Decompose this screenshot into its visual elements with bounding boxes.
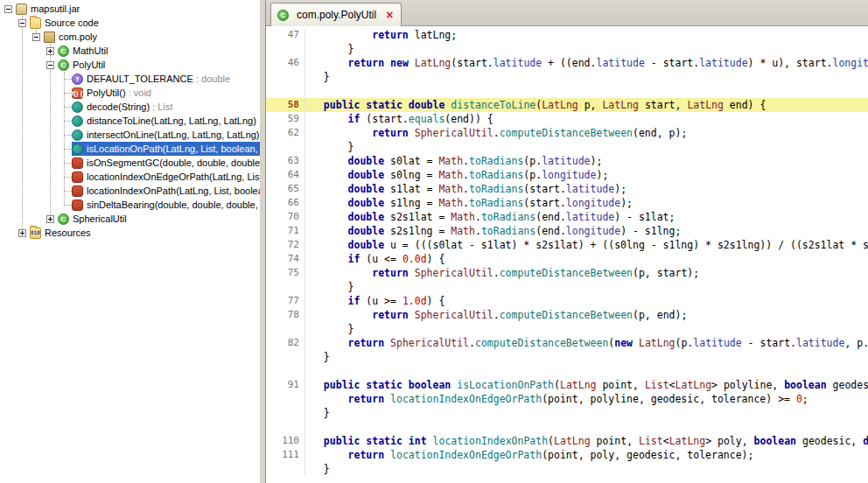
tree-item-type-suffix: : double — [193, 74, 230, 84]
tree-item-label: Source code — [45, 18, 99, 28]
line-number: 66 — [266, 196, 305, 210]
code-line-62[interactable]: 62 return SphericalUtil.computeDistanceB… — [266, 126, 868, 140]
expand-toggle-icon[interactable] — [18, 229, 26, 237]
code-line-77[interactable]: 77 if (u >= 1.0d) { — [266, 294, 868, 308]
code-line-59[interactable]: 59 if (start.equals(end)) { — [266, 112, 868, 126]
code-line[interactable]: } — [266, 350, 868, 364]
tree-item-polyutil[interactable]: CPolyUtil — [0, 58, 260, 72]
code-line-58[interactable]: 58 public static double distanceToLine(L… — [266, 98, 868, 112]
method-private-icon — [72, 200, 83, 211]
tree-item-sphericalutil[interactable]: CSphericalUtil — [0, 212, 260, 226]
tree-connector-line — [64, 79, 72, 80]
code-text: double s1lat = Math.toRadians(start.lati… — [305, 182, 868, 196]
tree-item-isonsegmentgc[interactable]: isOnSegmentGC(double, double, double, do… — [0, 156, 260, 170]
code-line-111[interactable]: 111 return locationIndexOnEdgeOrPath(poi… — [266, 448, 868, 462]
code-line-46[interactable]: 46 return new LatLng(start.latitude + ((… — [266, 56, 868, 70]
code-line-110[interactable]: 110 public static int locationIndexOnPat… — [266, 434, 868, 448]
code-line[interactable]: } — [266, 322, 868, 336]
code-text: public static boolean isLocationOnPath(L… — [305, 378, 868, 392]
code-text: double s1lng = Math.toRadians(start.long… — [305, 196, 868, 210]
code-line-70[interactable]: 70 double s2s1lat = Math.toRadians(end.l… — [266, 210, 868, 224]
code-text: return SphericalUtil.computeDistanceBetw… — [305, 126, 868, 140]
code-line[interactable] — [266, 84, 868, 98]
tree-item-label: SphericalUtil — [73, 214, 127, 224]
tree-item-intersectonline[interactable]: intersectOnLine(LatLng, LatLng, LatLng) — [0, 128, 260, 142]
tree-item-resources[interactable]: 010Resources — [0, 226, 260, 240]
tree-item-decode[interactable]: decode(String) : List — [0, 100, 260, 114]
line-number: 111 — [266, 448, 305, 462]
line-number: 75 — [266, 266, 305, 280]
code-text: return new LatLng(start.latitude + ((end… — [305, 56, 868, 70]
tab-bar: C com.poly.PolyUtil × — [266, 0, 868, 26]
code-text — [305, 420, 868, 434]
expand-toggle-icon[interactable] — [18, 19, 26, 27]
expand-toggle-icon[interactable] — [32, 33, 40, 41]
code-line-78[interactable]: 78 return SphericalUtil.computeDistanceB… — [266, 308, 868, 322]
line-number: 77 — [266, 294, 305, 308]
code-text: if (start.equals(end)) { — [305, 112, 868, 126]
code-text: } — [305, 350, 868, 364]
code-line-74[interactable]: 74 if (u <= 0.0d) { — [266, 252, 868, 266]
tree-item-mathutil[interactable]: CMathUtil — [0, 44, 260, 58]
class-icon: C — [58, 46, 69, 57]
expand-toggle-icon[interactable] — [46, 215, 54, 223]
code-line[interactable]: } — [266, 42, 868, 56]
code-text: double s2s1lat = Math.toRadians(end.lati… — [305, 210, 868, 224]
tab-com-poly-polyutil[interactable]: C com.poly.PolyUtil × — [270, 3, 402, 26]
code-line-65[interactable]: 65 double s1lat = Math.toRadians(start.l… — [266, 182, 868, 196]
tree-connector-line — [64, 72, 65, 205]
code-line[interactable]: } — [266, 462, 868, 476]
line-number: 78 — [266, 308, 305, 322]
method-public-icon — [72, 102, 83, 113]
code-line[interactable]: return locationIndexOnEdgeOrPath(point, … — [266, 392, 868, 406]
code-line[interactable] — [266, 364, 868, 378]
class-icon: C — [277, 10, 289, 21]
line-number — [266, 140, 305, 154]
expand-toggle-icon[interactable] — [4, 5, 12, 13]
tree-item-label: isLocationOnPath(LatLng, List, boolean, … — [87, 144, 260, 154]
code-line-47[interactable]: 47 return latLng; — [266, 28, 868, 42]
tree-item-mapsutil-jar[interactable]: mapsutil.jar — [0, 2, 260, 16]
close-icon[interactable]: × — [386, 9, 393, 21]
code-line-64[interactable]: 64 double s0lng = Math.toRadians(p.longi… — [266, 168, 868, 182]
tree-item-default-tolerance[interactable]: fDEFAULT_TOLERANCE : double — [0, 72, 260, 86]
tree-item-distancetoline[interactable]: distanceToLine(LatLng, LatLng, LatLng) — [0, 114, 260, 128]
code-line[interactable] — [266, 420, 868, 434]
code-line[interactable]: } — [266, 140, 868, 154]
tree-item-locationindexonpath[interactable]: locationIndexOnPath(LatLng, List, boolea… — [0, 184, 260, 198]
tree-connector-line — [64, 107, 72, 108]
code-line[interactable]: } — [266, 280, 868, 294]
line-number: 64 — [266, 168, 305, 182]
expand-toggle-icon[interactable] — [46, 61, 54, 69]
tree-connector-line — [64, 163, 72, 164]
tree-item-label: mapsutil.jar — [31, 4, 80, 14]
expand-toggle-icon[interactable] — [46, 47, 54, 55]
code-line-66[interactable]: 66 double s1lng = Math.toRadians(start.l… — [266, 196, 868, 210]
code-line-63[interactable]: 63 double s0lat = Math.toRadians(p.latit… — [266, 154, 868, 168]
code-text: } — [305, 406, 868, 420]
resources-folder-icon: 010 — [30, 228, 41, 239]
code-line[interactable]: } — [266, 406, 868, 420]
code-line-71[interactable]: 71 double s2s1lng = Math.toRadians(end.l… — [266, 224, 868, 238]
tree-item-polyutil[interactable]: function Object() { [native code] }PolyU… — [0, 86, 260, 100]
tree-item-locationindexonedgeorpath[interactable]: locationIndexOnEdgeOrPath(LatLng, List, … — [0, 170, 260, 184]
tree-item-islocationonpath[interactable]: isLocationOnPath(LatLng, List, boolean, … — [0, 142, 260, 156]
code-line-91[interactable]: 91 public static boolean isLocationOnPat… — [266, 378, 868, 392]
tree-item-source-code[interactable]: Source code — [0, 16, 260, 30]
tree-item-com-poly[interactable]: com.poly — [0, 30, 260, 44]
code-line-82[interactable]: 82 return SphericalUtil.computeDistanceB… — [266, 336, 868, 350]
code-line[interactable]: } — [266, 70, 868, 84]
decompiler-window: mapsutil.jarSource codecom.polyCMathUtil… — [0, 0, 868, 483]
tree-item-sindeltabearing[interactable]: sinDeltaBearing(double, double, double, … — [0, 198, 260, 212]
source-folder-icon — [30, 18, 41, 29]
code-area[interactable]: 47 return latLng; }46 return new LatLng(… — [266, 26, 868, 483]
line-number: 65 — [266, 182, 305, 196]
tree-connector-line — [64, 135, 72, 136]
class-icon: C — [58, 214, 69, 225]
code-line-72[interactable]: 72 double u = (((s0lat - s1lat) * s2s1la… — [266, 238, 868, 252]
code-text — [305, 84, 868, 98]
line-number — [266, 280, 305, 294]
code-line-75[interactable]: 75 return SphericalUtil.computeDistanceB… — [266, 266, 868, 280]
code-text: return SphericalUtil.computeDistanceBetw… — [305, 336, 868, 350]
code-text: } — [305, 42, 868, 56]
